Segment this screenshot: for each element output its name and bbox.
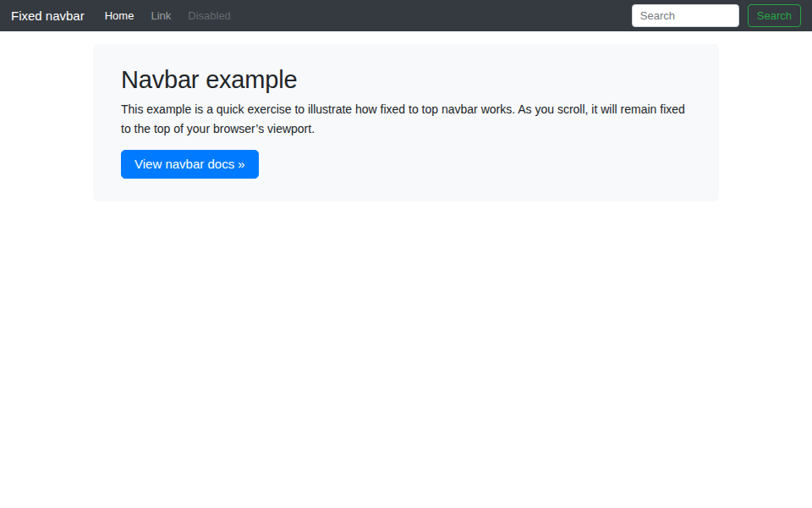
nav-item-link: Link [142,6,179,25]
nav-link-link[interactable]: Link [142,6,179,25]
navbar-brand[interactable]: Fixed navbar [11,8,85,23]
lead-paragraph: This example is a quick exercise to illu… [121,100,691,139]
search-form: Search [632,4,801,27]
nav-link-disabled: Disabled [179,6,239,25]
nav-item-disabled: Disabled [179,6,239,25]
search-button[interactable]: Search [748,4,801,27]
search-input[interactable] [632,4,739,27]
page-title: Navbar example [121,65,691,94]
navbar-nav: Home Link Disabled [96,6,239,25]
nav-link-home[interactable]: Home [96,6,143,25]
nav-item-home: Home [96,6,143,25]
view-navbar-docs-button[interactable]: View navbar docs » [121,150,259,179]
jumbotron: Navbar example This example is a quick e… [93,44,719,202]
top-navbar: Fixed navbar Home Link Disabled Search [0,0,812,31]
